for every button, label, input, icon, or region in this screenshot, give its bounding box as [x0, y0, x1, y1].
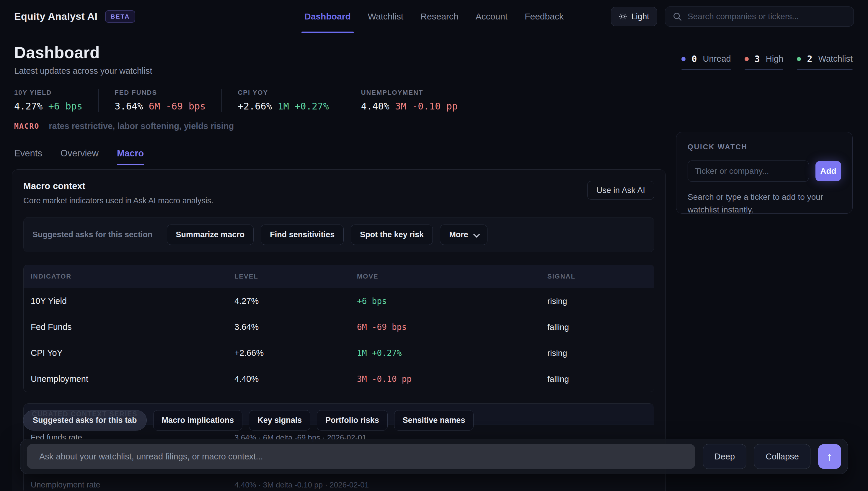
stat-delta: 3M -0.10 pp — [395, 100, 458, 112]
macro-summary: rates restrictive, labor softening, yiel… — [49, 121, 234, 131]
table-row[interactable]: Fed Funds 3.64% 6M -69 bps falling — [24, 314, 654, 340]
tab-suggested-asks: Suggested asks for this tab Macro implic… — [23, 410, 474, 431]
deep-button[interactable]: Deep — [703, 444, 746, 469]
chip-more[interactable]: More — [440, 225, 487, 245]
summary-counters: 0 Unread 3 High 2 Watchlist — [681, 54, 852, 70]
table-row[interactable]: CPI YoY +2.66% 1M +0.27% rising — [24, 340, 654, 366]
stat-label: UNEMPLOYMENT — [361, 89, 458, 96]
stat-value: 4.27% — [14, 100, 43, 112]
stat-fed-funds: FED FUNDS 3.64% 6M -69 bps — [115, 89, 222, 112]
cell-indicator: 10Y Yield — [31, 296, 234, 306]
nav-account[interactable]: Account — [476, 0, 507, 33]
nav-dashboard[interactable]: Dashboard — [304, 0, 351, 33]
stat-value: 3.64% — [115, 100, 143, 112]
cell-level: 4.27% — [234, 296, 357, 306]
counter-underline — [797, 69, 852, 70]
series-meta: 4.40% · 3M delta -0.10 pp · 2026-02-01 — [234, 480, 654, 490]
counter-high: 3 High — [745, 54, 784, 70]
cell-indicator: Unemployment — [31, 374, 234, 384]
add-ticker-button[interactable]: Add — [815, 161, 841, 181]
counter-underline — [681, 69, 731, 70]
tab-macro[interactable]: Macro — [117, 148, 144, 165]
stat-cpi-yoy: CPI YOY +2.66% 1M +0.27% — [238, 89, 345, 112]
chip-summarize-macro[interactable]: Summarize macro — [167, 225, 254, 245]
cell-move: 1M +0.27% — [357, 348, 548, 358]
global-search[interactable] — [665, 6, 854, 27]
cell-indicator: CPI YoY — [31, 348, 234, 358]
cell-move: +6 bps — [357, 296, 548, 306]
use-in-ask-ai-button[interactable]: Use in Ask AI — [587, 181, 654, 200]
col-indicator: INDICATOR — [31, 272, 234, 280]
watchlist-dot-icon — [797, 57, 801, 61]
macro-banner: MACRO rates restrictive, labor softening… — [0, 121, 868, 131]
arrow-up-icon: ↑ — [827, 450, 833, 463]
tab-events[interactable]: Events — [14, 148, 42, 165]
chevron-down-icon — [473, 231, 480, 237]
collapse-button[interactable]: Collapse — [754, 444, 810, 469]
suggested-asks-label: Suggested asks for this section — [32, 230, 152, 239]
counter-underline — [745, 69, 784, 70]
stat-10y-yield: 10Y YIELD 4.27% +6 bps — [14, 89, 99, 112]
magnifier-icon — [672, 11, 682, 22]
stat-label: CPI YOY — [238, 89, 329, 96]
stat-delta: 6M -69 bps — [149, 100, 206, 112]
cell-move: 3M -0.10 pp — [357, 374, 548, 384]
unread-count: 0 — [692, 54, 697, 64]
chip-portfolio-risks[interactable]: Portfolio risks — [317, 410, 388, 431]
stat-value: 4.40% — [361, 100, 389, 112]
cell-indicator: Fed Funds — [31, 322, 234, 332]
chip-suggested-asks-tab[interactable]: Suggested asks for this tab — [23, 410, 147, 431]
nav-watchlist[interactable]: Watchlist — [368, 0, 403, 33]
chip-spot-key-risk[interactable]: Spot the key risk — [351, 225, 433, 245]
nav-feedback[interactable]: Feedback — [525, 0, 564, 33]
table-header-row: INDICATOR LEVEL MOVE SIGNAL — [24, 265, 654, 288]
quick-watch-form: Add — [688, 161, 841, 182]
list-item[interactable]: Unemployment rate 4.40% · 3M delta -0.10… — [24, 475, 654, 491]
col-level: LEVEL — [234, 272, 357, 280]
theme-toggle-button[interactable]: Light — [611, 7, 657, 26]
cell-signal: falling — [548, 322, 654, 332]
chip-macro-implications[interactable]: Macro implications — [153, 410, 243, 431]
beta-badge: BETA — [105, 10, 135, 23]
high-count: 3 — [755, 54, 760, 64]
top-bar: Equity Analyst AI BETA Dashboard Watchli… — [0, 0, 868, 33]
table-row[interactable]: Unemployment 4.40% 3M -0.10 pp falling — [24, 366, 654, 392]
main-nav: Dashboard Watchlist Research Account Fee… — [304, 0, 564, 33]
chip-key-signals[interactable]: Key signals — [249, 410, 310, 431]
macro-tag: MACRO — [14, 122, 39, 131]
tab-overview[interactable]: Overview — [60, 148, 99, 165]
panel-subtitle: Core market indicators used in Ask AI ma… — [23, 196, 214, 205]
ticker-input[interactable] — [688, 161, 809, 182]
quick-watch-panel: QUICK WATCH Add Search or type a ticker … — [676, 132, 852, 214]
series-name: Unemployment rate — [31, 480, 234, 490]
sun-icon — [619, 12, 627, 21]
macro-stats-strip: 10Y YIELD 4.27% +6 bps FED FUNDS 3.64% 6… — [0, 89, 868, 112]
cell-move: 6M -69 bps — [357, 322, 548, 332]
counter-unread: 0 Unread — [681, 54, 731, 70]
ask-ai-bar: Deep Collapse ↑ — [20, 439, 848, 474]
stat-value: +2.66% — [238, 100, 272, 112]
stat-delta: 1M +0.27% — [278, 100, 329, 112]
nav-research[interactable]: Research — [420, 0, 458, 33]
cell-level: +2.66% — [234, 348, 357, 358]
watchlist-label: Watchlist — [818, 54, 852, 64]
send-button[interactable]: ↑ — [818, 444, 841, 469]
unread-label: Unread — [703, 54, 731, 64]
watchlist-count: 2 — [807, 54, 812, 64]
table-row[interactable]: 10Y Yield 4.27% +6 bps rising — [24, 288, 654, 314]
cell-signal: falling — [548, 374, 654, 384]
panel-header: Macro context Core market indicators use… — [23, 181, 654, 205]
ask-ai-input[interactable] — [27, 444, 695, 469]
chip-sensitive-names[interactable]: Sensitive names — [394, 410, 474, 431]
header-actions: Light — [611, 6, 854, 27]
high-label: High — [766, 54, 784, 64]
unread-dot-icon — [681, 57, 685, 61]
chip-find-sensitivities[interactable]: Find sensitivities — [261, 225, 344, 245]
cell-signal: rising — [548, 348, 654, 358]
theme-toggle-label: Light — [631, 12, 649, 21]
col-signal: SIGNAL — [548, 272, 654, 280]
stat-delta: +6 bps — [49, 100, 83, 112]
search-input[interactable] — [688, 12, 846, 21]
quick-watch-caption: Search or type a ticker to add to your w… — [688, 191, 841, 216]
cell-level: 4.40% — [234, 374, 357, 384]
